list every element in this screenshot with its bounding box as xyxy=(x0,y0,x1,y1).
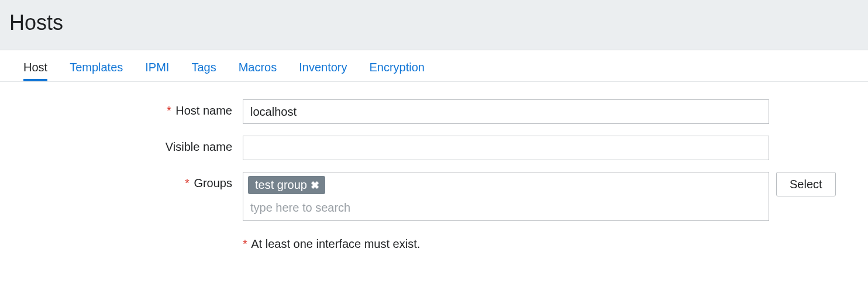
interface-hint-text: At least one interface must exist. xyxy=(251,237,420,250)
groups-search-input[interactable] xyxy=(248,198,764,216)
label-groups: * Groups xyxy=(12,172,243,190)
host-name-input[interactable] xyxy=(243,99,769,124)
required-marker: * xyxy=(185,177,190,189)
hosts-config-page: Hosts Host Templates IPMI Tags Macros In… xyxy=(0,0,868,280)
label-host-name: * Host name xyxy=(12,99,243,118)
remove-tag-icon[interactable]: ✖ xyxy=(311,180,319,191)
row-interface-hint: * At least one interface must exist. xyxy=(12,233,856,251)
tab-tags[interactable]: Tags xyxy=(191,61,216,81)
group-tag-label: test group xyxy=(255,178,307,192)
row-host-name: * Host name xyxy=(12,99,856,124)
tab-encryption[interactable]: Encryption xyxy=(370,61,425,81)
required-marker: * xyxy=(243,237,247,250)
group-tag: test group ✖ xyxy=(248,176,325,194)
required-marker: * xyxy=(167,104,171,117)
label-groups-text: Groups xyxy=(194,177,232,189)
interface-hint: * At least one interface must exist. xyxy=(243,233,420,251)
label-visible-name: Visible name xyxy=(12,136,243,154)
tab-bar: Host Templates IPMI Tags Macros Inventor… xyxy=(0,50,868,82)
tab-ipmi[interactable]: IPMI xyxy=(145,61,169,81)
page-title: Hosts xyxy=(9,11,868,35)
tab-templates[interactable]: Templates xyxy=(70,61,123,81)
page-header: Hosts xyxy=(0,0,868,50)
visible-name-input[interactable] xyxy=(243,136,769,160)
label-visible-name-text: Visible name xyxy=(166,140,232,153)
groups-field-wrap: test group ✖ Select xyxy=(243,172,836,221)
label-empty xyxy=(12,233,243,237)
tab-macros[interactable]: Macros xyxy=(239,61,277,81)
groups-multiselect[interactable]: test group ✖ xyxy=(243,172,769,221)
host-form: * Host name Visible name * Groups test g… xyxy=(0,82,868,280)
tab-host[interactable]: Host xyxy=(23,61,47,81)
row-visible-name: Visible name xyxy=(12,136,856,160)
groups-select-button[interactable]: Select xyxy=(776,172,836,196)
tab-inventory[interactable]: Inventory xyxy=(299,61,347,81)
label-host-name-text: Host name xyxy=(175,104,232,117)
row-groups: * Groups test group ✖ Select xyxy=(12,172,856,221)
